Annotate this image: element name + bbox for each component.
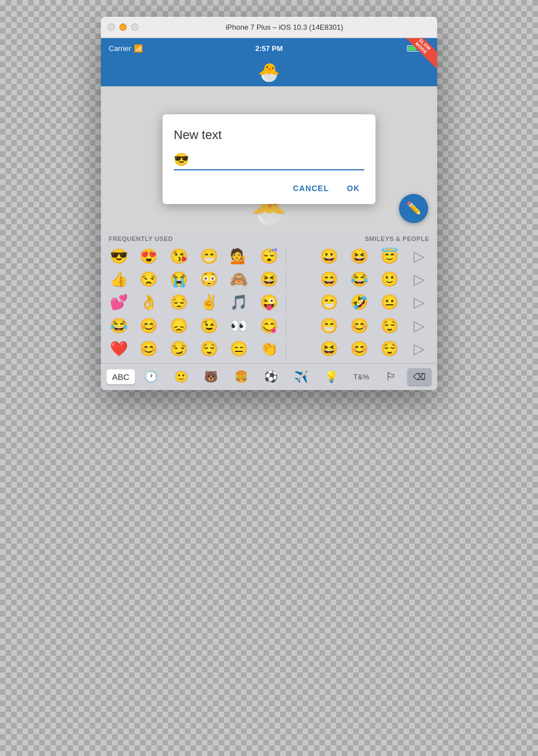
phone-frame: Carrier 📶 2:57 PM ⚡ SLOW MODE 🐣 🐣 <box>101 38 437 390</box>
emoji-item[interactable]: 👍 <box>104 268 133 290</box>
emoji-item[interactable]: 😑 <box>225 338 254 360</box>
emoji-item[interactable]: 😊 <box>134 338 164 360</box>
food-icon-key[interactable]: 🍔 <box>228 370 256 383</box>
emoji-item[interactable]: 😔 <box>164 291 193 313</box>
dialog-actions: CANCEL OK <box>174 182 364 195</box>
emoji-item[interactable]: 😞 <box>164 315 193 337</box>
clock-icon-key[interactable]: 🕐 <box>137 370 165 383</box>
emoji-item[interactable]: 😆 <box>254 268 284 290</box>
objects-icon-key[interactable]: 💡 <box>317 370 345 383</box>
emoji-item[interactable]: 😁 <box>314 315 344 337</box>
keyboard-bottom-bar: ABC 🕐 🙂 🐻 🍔 ⚽ ✈️ 💡 T&% 🏳 ⌫ <box>101 363 437 390</box>
emoji-separator <box>286 315 286 337</box>
emoji-item[interactable]: ▷ <box>405 245 434 267</box>
emoji-item[interactable]: 💁 <box>225 245 254 267</box>
emoji-item[interactable]: 😊 <box>345 315 374 337</box>
ok-button[interactable]: OK <box>342 182 364 195</box>
emoji-item[interactable]: 👌 <box>134 291 164 313</box>
emoji-keyboard: FREQUENTLY USED SMILEYS & PEOPLE 😎 😍 😘 😁… <box>101 232 437 390</box>
emoji-item[interactable]: ▷ <box>405 315 434 337</box>
slow-mode-container: SLOW MODE <box>404 38 437 72</box>
smiley-icon-key[interactable]: 🙂 <box>167 370 195 383</box>
emoji-item[interactable]: 💕 <box>104 291 133 313</box>
emoji-item[interactable]: 😂 <box>345 268 374 290</box>
emoji-item[interactable]: 👏 <box>254 338 284 360</box>
emoji-item[interactable]: 😌 <box>375 338 404 360</box>
emoji-item[interactable]: 🙈 <box>225 268 254 290</box>
emoji-item[interactable]: 😴 <box>254 245 284 267</box>
emoji-item[interactable]: 🙂 <box>375 268 404 290</box>
close-button[interactable] <box>108 24 115 31</box>
emoji-item[interactable]: 😉 <box>194 315 224 337</box>
emoji-item[interactable]: 😘 <box>164 245 193 267</box>
travel-icon-key[interactable]: ✈️ <box>287 370 316 383</box>
emoji-item[interactable]: 😭 <box>164 268 193 290</box>
dialog-title: New text <box>174 128 364 142</box>
emoji-separator <box>286 268 286 290</box>
emoji-item[interactable]: 😇 <box>375 245 404 267</box>
emoji-item[interactable]: 👀 <box>225 315 254 337</box>
emoji-categories-row: FREQUENTLY USED SMILEYS & PEOPLE <box>101 232 437 244</box>
emoji-item[interactable]: 😌 <box>375 315 404 337</box>
sports-icon-key[interactable]: ⚽ <box>257 370 285 383</box>
emoji-item[interactable]: ▷ <box>405 268 434 290</box>
emoji-separator <box>286 245 286 267</box>
emoji-item[interactable]: 😂 <box>104 315 133 337</box>
pencil-icon: ✏️ <box>406 201 421 216</box>
emoji-grid: 😎 😍 😘 😁 💁 😴 😀 😆 😇 ▷ 👍 😒 😭 😳 🙈 😆 <box>101 244 437 363</box>
emoji-item[interactable]: 😄 <box>314 268 344 290</box>
emoji-item[interactable]: 😆 <box>345 245 374 267</box>
emoji-item[interactable]: 😜 <box>254 291 284 313</box>
maximize-button[interactable] <box>131 24 138 31</box>
emoji-item[interactable]: ▷ <box>405 291 434 313</box>
dialog-overlay: New text 😎 CANCEL OK <box>101 86 437 232</box>
emoji-item[interactable]: 😐 <box>375 291 404 313</box>
cancel-button[interactable]: CANCEL <box>289 182 333 195</box>
abc-key[interactable]: ABC <box>106 369 135 384</box>
flags-icon-key[interactable]: 🏳 <box>377 370 405 383</box>
app-header: 🐣 <box>101 58 437 86</box>
status-bar: Carrier 📶 2:57 PM ⚡ SLOW MODE <box>101 38 437 58</box>
simulator-window: iPhone 7 Plus – iOS 10.3 (14E8301) Carri… <box>101 17 437 390</box>
minimize-button[interactable] <box>119 24 127 31</box>
emoji-item[interactable]: 😳 <box>194 268 224 290</box>
emoji-item[interactable]: 😀 <box>314 245 344 267</box>
frequently-used-label: FREQUENTLY USED <box>109 235 263 242</box>
emoji-item[interactable]: 🎵 <box>225 291 254 313</box>
emoji-item[interactable]: ❤️ <box>104 338 133 360</box>
title-bar-buttons <box>108 24 138 31</box>
chat-area: 🐣 New text 😎 CANCEL OK ✏️ <box>101 86 437 232</box>
emoji-item[interactable]: 🤣 <box>345 291 374 313</box>
smileys-label: SMILEYS & PEOPLE <box>275 235 429 242</box>
emoji-separator <box>286 291 286 313</box>
wifi-icon: 📶 <box>134 44 143 53</box>
dialog-text-input[interactable] <box>192 155 364 165</box>
emoji-item[interactable]: ✌️ <box>194 291 224 313</box>
dialog-input-row: 😎 <box>174 152 364 170</box>
emoji-separator <box>286 338 286 360</box>
emoji-item[interactable]: ▷ <box>405 338 434 360</box>
emoji-item[interactable]: 😍 <box>134 245 164 267</box>
emoji-item[interactable]: 😁 <box>194 245 224 267</box>
symbols-icon-key[interactable]: T&% <box>347 373 375 381</box>
emoji-item[interactable]: 😏 <box>164 338 193 360</box>
window-title: iPhone 7 Plus – iOS 10.3 (14E8301) <box>138 23 430 31</box>
animal-icon-key[interactable]: 🐻 <box>197 370 225 383</box>
fab-edit-button[interactable]: ✏️ <box>399 194 428 223</box>
app-header-sticker: 🐣 <box>258 62 280 83</box>
emoji-item[interactable]: 😆 <box>314 338 344 360</box>
emoji-item[interactable]: 😒 <box>134 268 164 290</box>
emoji-item[interactable]: 😎 <box>104 245 133 267</box>
dialog-box: New text 😎 CANCEL OK <box>163 114 375 204</box>
delete-key[interactable]: ⌫ <box>407 368 432 386</box>
emoji-item[interactable]: 😋 <box>254 315 284 337</box>
carrier-label: Carrier <box>109 44 131 53</box>
slow-mode-badge: SLOW MODE <box>406 38 437 68</box>
emoji-item[interactable]: 😊 <box>134 315 164 337</box>
dialog-input-emoji: 😎 <box>174 152 189 167</box>
emoji-item[interactable]: 😊 <box>345 338 374 360</box>
emoji-item[interactable]: 😌 <box>194 338 224 360</box>
status-time: 2:57 PM <box>255 44 282 53</box>
emoji-item[interactable]: 😁 <box>314 291 344 313</box>
title-bar: iPhone 7 Plus – iOS 10.3 (14E8301) <box>101 17 437 38</box>
